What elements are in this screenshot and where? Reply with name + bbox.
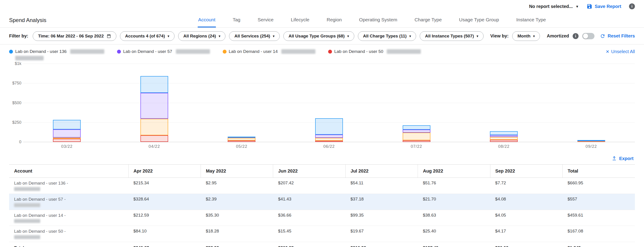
save-report-label: Save Report (595, 4, 621, 9)
info-icon[interactable]: i (629, 3, 635, 9)
tab-lifecycle[interactable]: Lifecycle (290, 13, 310, 27)
chevron-down-icon: ▾ (348, 34, 349, 38)
bar-segment-lab-on-demand-user-50[interactable] (315, 141, 343, 142)
filter-pill-4[interactable]: All Usage Type Groups (68)▾ (283, 31, 354, 41)
bar-segment-lab-on-demand-user-14[interactable] (53, 138, 81, 139)
bar-segment-lab-on-demand-user-136[interactable] (53, 120, 81, 129)
account-label: Lab on Demand - user 136 - (14, 181, 126, 186)
tab-instance-type[interactable]: Instance Type (516, 13, 546, 27)
legend-item-1[interactable]: Lab on Demand - user 57 (117, 49, 210, 60)
amortized-toggle[interactable] (582, 33, 594, 39)
filter-pill-2[interactable]: All Regions (24)▾ (178, 31, 226, 41)
export-button[interactable]: Export (612, 156, 634, 161)
chevron-down-icon: ▾ (533, 34, 535, 38)
bar-segment-lab-on-demand-user-14[interactable] (140, 119, 168, 135)
chevron-down-icon: ▾ (476, 34, 478, 38)
tab-charge-type[interactable]: Charge Type (414, 13, 442, 27)
redacted-text (14, 219, 40, 223)
account-cell: Lab on Demand - user 136 - (9, 178, 128, 194)
tab-tag[interactable]: Tag (232, 13, 241, 27)
legend-item-0[interactable]: Lab on Demand - user 136 (9, 49, 104, 60)
bar-03-22 (23, 64, 111, 142)
table-header-row: AccountApr 2022May 2022Jun 2022Jul 2022A… (9, 165, 635, 178)
bar-segment-lab-on-demand-user-136[interactable] (140, 76, 168, 93)
legend-dot-icon (117, 50, 121, 54)
bar-segment-lab-on-demand-user-136[interactable] (578, 140, 605, 141)
reset-filters-label: Reset Filters (608, 33, 635, 39)
chart-legend: Lab on Demand - user 136Lab on Demand - … (9, 49, 421, 60)
top-bar: No report selected... ▼ Save Report i (0, 0, 644, 13)
bar-segment-lab-on-demand-user-136[interactable] (403, 125, 430, 130)
bar-segment-lab-on-demand-user-50[interactable] (403, 140, 430, 142)
value-cell: $18.28 (201, 226, 273, 242)
tab-operating-system[interactable]: Operating System (358, 13, 398, 27)
value-cell: $19.67 (346, 226, 418, 242)
filter-pill-0[interactable]: Time: 06 Mar 2022 - 06 Sep 2022 (33, 31, 116, 41)
export-icon (612, 156, 617, 161)
bar-segment-lab-on-demand-user-50[interactable] (140, 135, 168, 142)
bar-segment-lab-on-demand-user-14[interactable] (228, 138, 256, 141)
filter-pills: Time: 06 Mar 2022 - 06 Sep 2022Accounts … (33, 31, 483, 41)
redacted-text (281, 49, 316, 54)
bar-segment-lab-on-demand-user-57[interactable] (140, 93, 168, 119)
page-title: Spend Analysis (9, 13, 70, 27)
bar-06-22 (286, 64, 373, 142)
redacted-text (14, 203, 40, 207)
bar-segment-lab-on-demand-user-136[interactable] (490, 131, 518, 135)
chart-x-axis: 03/2204/2205/2206/2207/2208/2209/22 (23, 144, 635, 149)
filter-pill-5[interactable]: All Charge Types (11)▾ (358, 31, 416, 41)
value-cell: $51.76 (418, 178, 490, 194)
bar-segment-lab-on-demand-user-57[interactable] (490, 135, 518, 137)
table-total-row: Total$840.67$58.92$300.95$210.32$137.49$… (9, 242, 635, 247)
bar-segment-lab-on-demand-user-57[interactable] (53, 129, 81, 138)
tab-region[interactable]: Region (326, 13, 342, 27)
x-tick-label: 03/22 (23, 144, 111, 149)
bar-segment-lab-on-demand-user-14[interactable] (403, 133, 430, 140)
value-cell: $212.59 (128, 210, 201, 226)
total-value-cell: $840.67 (128, 242, 201, 247)
spend-table: AccountApr 2022May 2022Jun 2022Jul 2022A… (9, 164, 635, 247)
legend-label: Lab on Demand - user 136 (15, 49, 66, 54)
bar-segment-lab-on-demand-user-136[interactable] (315, 118, 343, 135)
bar-segment-lab-on-demand-user-50[interactable] (53, 139, 81, 142)
account-label: Lab on Demand - user 57 - (14, 197, 126, 202)
bar-04-22 (111, 64, 198, 142)
bar-segment-lab-on-demand-user-136[interactable] (228, 137, 256, 138)
bar-segment-lab-on-demand-user-57[interactable] (315, 135, 343, 138)
unselect-all-button[interactable]: ✕ Unselect All (606, 49, 635, 54)
export-bar: Export (0, 149, 644, 164)
value-cell: $459.61 (563, 210, 635, 226)
legend-item-2[interactable]: Lab on Demand - user 14 (223, 49, 316, 60)
legend-item-3[interactable]: Lab on Demand - user 50 (328, 49, 421, 60)
bar-09-22 (548, 64, 635, 142)
column-header-jun-2022: Jun 2022 (273, 165, 346, 178)
bar-segment-lab-on-demand-user-50[interactable] (490, 140, 518, 142)
total-value-cell: $58.92 (201, 242, 273, 247)
value-cell: $4.05 (490, 210, 562, 226)
amortized-info-icon[interactable]: i (573, 33, 578, 39)
bar-segment-lab-on-demand-user-57[interactable] (403, 130, 430, 133)
value-cell: $38.63 (418, 210, 490, 226)
table-row: Lab on Demand - user 50 -$84.10$18.28$15… (9, 226, 635, 242)
x-tick-label: 04/22 (111, 144, 198, 149)
tab-service[interactable]: Service (257, 13, 274, 27)
reset-filters-button[interactable]: Reset Filters (600, 33, 635, 39)
bar-segment-lab-on-demand-user-14[interactable] (315, 138, 343, 141)
filter-pill-1[interactable]: Accounts 4 (of 674)▾ (120, 31, 174, 41)
view-by-dropdown[interactable]: Month ▾ (512, 31, 540, 41)
filter-pill-label: All Charge Types (11) (363, 34, 407, 39)
tab-usage-type-group[interactable]: Usage Type Group (458, 13, 500, 27)
filter-pill-6[interactable]: All Instance Types (507)▾ (420, 31, 483, 41)
filter-pill-label: All Services (254) (234, 34, 270, 39)
chart-plot-area (23, 64, 635, 142)
filter-pill-3[interactable]: All Services (254)▾ (229, 31, 280, 41)
save-report-button[interactable]: Save Report (586, 3, 621, 9)
tab-account[interactable]: Account (198, 13, 216, 27)
bar-segment-lab-on-demand-user-14[interactable] (490, 137, 518, 140)
report-selector-dropdown[interactable]: No report selected... ▼ (529, 4, 579, 9)
refresh-icon (600, 33, 605, 39)
bar-segment-lab-on-demand-user-50[interactable] (228, 141, 256, 142)
filter-pill-label: Accounts 4 (of 674) (125, 34, 165, 39)
redacted-text (14, 187, 40, 191)
calendar-icon (106, 34, 111, 38)
